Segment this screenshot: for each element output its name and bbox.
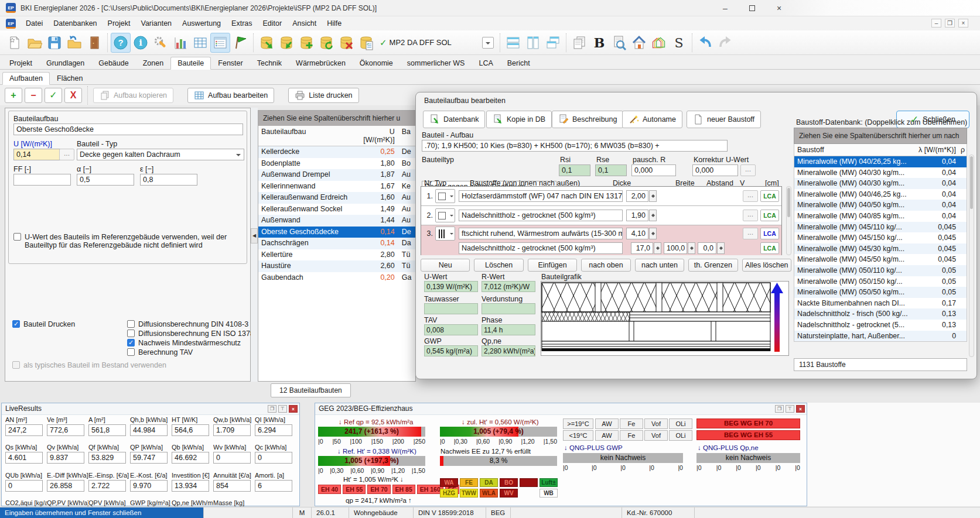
db-drag-hint[interactable]: Ziehen Sie eine Spaltenüberschrift hierh… <box>794 128 967 144</box>
layer-action-button[interactable]: nach oben <box>581 259 630 272</box>
aufbau-name-field[interactable]: Oberste Geschoßdecke <box>13 124 243 135</box>
save-button[interactable] <box>45 33 64 53</box>
menu-item[interactable]: Ansicht <box>287 16 322 30</box>
exit-icon[interactable] <box>84 33 104 53</box>
liveresult-cell[interactable]: Qw,b [kWh/a]1.709 <box>213 416 255 436</box>
liveresult-value[interactable]: 6 <box>255 480 292 492</box>
menu-item[interactable]: Varianten <box>135 16 177 30</box>
layer-action-button[interactable]: th. Grenzen <box>688 259 737 272</box>
liveresult-cell[interactable]: A [m²]561,8 <box>88 416 130 436</box>
mindest-checkbox[interactable] <box>127 339 135 347</box>
component-button[interactable]: AW <box>595 430 619 441</box>
korrektur-field[interactable]: 0,000 <box>692 164 738 176</box>
layer-dicke-field[interactable]: 1,90 <box>626 210 648 221</box>
chart-button[interactable] <box>170 33 190 53</box>
bold-button[interactable]: B <box>589 33 609 53</box>
aufbau-row[interactable]: Haustüre 2,60 Tü <box>258 260 415 272</box>
liveresult-value[interactable]: 44.984 <box>130 424 168 436</box>
layer-material-field[interactable]: Nadelschnittholz - getrocknet (500 kg/m³… <box>459 210 623 221</box>
panel-restore-button[interactable]: ❐ <box>775 405 784 413</box>
home-button[interactable] <box>629 33 649 53</box>
menu-item[interactable]: Auswertung <box>177 16 226 30</box>
aufbau-row[interactable]: Oberste Geschoßdecke 0,14 De <box>258 227 415 238</box>
liveresult-value[interactable]: 0 <box>5 480 43 492</box>
menu-item[interactable]: Extras <box>226 16 257 30</box>
confirm-button[interactable]: ✓ <box>45 88 62 103</box>
beschreibung-button[interactable]: Beschreibung <box>552 111 623 128</box>
layer-action-button[interactable]: Alles löschen <box>742 259 791 272</box>
layer-action-button[interactable]: Einfügen <box>528 259 577 272</box>
new-project-button[interactable] <box>5 33 25 53</box>
ff-field[interactable] <box>13 174 71 186</box>
baustoff-row[interactable]: Mineralwolle (MW) 040/85 kg/m... 0,04 <box>794 211 967 222</box>
baustoff-row[interactable]: Mineralwolle (MW) 040/30 kg/m... 0,04 <box>794 178 967 189</box>
main-tab[interactable]: Gebäude <box>91 57 135 70</box>
main-tab[interactable]: Wärmebrücken <box>289 57 353 70</box>
layer-lca-button[interactable]: LCA <box>760 190 779 202</box>
layer-breite-field[interactable]: 17,0 <box>631 242 653 254</box>
db-col-lambda[interactable]: λ [W/(m*K)] <box>918 146 956 154</box>
layer-lca-button[interactable]: LCA <box>760 228 779 239</box>
layer-dicke-field[interactable]: 4,10 <box>626 228 648 239</box>
liveresult-value[interactable]: 4.601 <box>5 452 43 464</box>
layer-type-select[interactable] <box>435 227 455 241</box>
liveresult-value[interactable]: 0 <box>255 452 292 464</box>
baustoff-row[interactable]: Mineralwolle (MW) 045/150 kg/... 0,045 <box>794 232 967 243</box>
liveresult-value[interactable]: 9.970 <box>130 480 168 492</box>
liveresult-value[interactable]: 2.722 <box>88 480 126 492</box>
liveresult-value[interactable]: 772,6 <box>47 424 84 436</box>
settings-button[interactable] <box>151 33 170 53</box>
help-button[interactable]: ? <box>111 33 131 53</box>
baustoff-row[interactable]: Mineralwolle (MW) 040/46,25 kg... 0,04 <box>794 189 967 200</box>
window-maximize-button[interactable] <box>739 0 766 16</box>
breite-spinner[interactable] <box>654 242 661 254</box>
drucken-checkbox[interactable] <box>12 320 20 328</box>
v-spinner[interactable] <box>717 242 725 254</box>
project-dropdown-button[interactable] <box>482 37 494 49</box>
liveresult-cell[interactable]: HT [W/K]564,6 <box>172 416 213 436</box>
db-refresh-button[interactable] <box>316 33 336 53</box>
layer-v-field[interactable]: 0,0 <box>698 242 716 254</box>
liveresult-cell[interactable]: Qf [kWh/a]53.829 <box>88 444 130 464</box>
liveresult-cell[interactable]: Ve [m³]772,6 <box>47 416 88 436</box>
dicke-spinner[interactable] <box>649 210 657 221</box>
liveresult-cell[interactable]: Qh,b [kWh/a]44.984 <box>130 416 172 436</box>
liveresult-value[interactable]: 561,8 <box>88 424 126 436</box>
liveresult-value[interactable]: 1.709 <box>213 424 251 436</box>
baustoff-row[interactable]: Mineralwolle (MW) 050/50 kg/m... 0,05 <box>794 287 967 298</box>
copy-aufbau-button[interactable]: Aufbau kopieren <box>93 88 173 103</box>
liveresult-cell[interactable]: Qb [kWh/a]46.692 <box>172 444 213 464</box>
panel-restore-button[interactable]: ❐ <box>268 405 276 413</box>
liveresult-cell[interactable]: QI [kWh/a]6.294 <box>255 416 296 436</box>
baustoff-row[interactable]: Mineralwolle (MW) 050/150 kg/... 0,05 <box>794 276 967 287</box>
component-button[interactable]: Fe <box>620 418 643 429</box>
col-u-wert[interactable]: U [W/(m²K)] <box>357 128 398 144</box>
layer-more-button[interactable]: ... <box>743 228 758 239</box>
split-vertical-button[interactable] <box>523 33 543 53</box>
baustoff-row[interactable]: Mineralwolle (MW) 045/110 kg/... 0,045 <box>794 222 967 233</box>
korrektur-more-button[interactable]: ... <box>740 164 756 176</box>
check-diff13788-row[interactable]: Diffusionsberechnung EN ISO 13788 <box>127 330 258 338</box>
split-horizontal-button[interactable] <box>503 33 523 53</box>
mdi-close-button[interactable]: × <box>958 19 968 28</box>
energy-pass-button[interactable] <box>649 33 669 53</box>
status-message[interactable]: Eingaben übernehmen und Fenster schließe… <box>0 507 204 518</box>
main-tab[interactable]: Bericht <box>500 57 537 70</box>
aufbau-row[interactable]: Außenwand 1,44 Au <box>258 215 415 227</box>
db-scrollbar[interactable] <box>969 155 974 357</box>
liveresult-value[interactable]: 564,6 <box>172 424 209 436</box>
panel-pin-button[interactable]: ⊤ <box>278 405 287 413</box>
temp-ge19-button[interactable]: >=19°C <box>563 418 593 429</box>
copy-pages-button[interactable] <box>569 33 589 53</box>
bauteil-typ-select[interactable]: Decke gegen kalten Dachraum <box>77 149 244 160</box>
liveresult-cell[interactable]: QP [kWh/a]59.747 <box>130 444 172 464</box>
rse-field[interactable]: 0,1 <box>595 164 627 176</box>
aufbau-row[interactable]: Dachschrägen 0,14 Da <box>258 238 415 249</box>
layer-type-select[interactable] <box>435 208 455 222</box>
main-tab[interactable]: Projekt <box>2 57 39 70</box>
layer-type-select[interactable] <box>435 189 455 203</box>
baustoff-row[interactable]: Nadelschnittholz - frisch (500 kg/... 0,… <box>794 308 967 320</box>
ref-uwert-checkbox-row[interactable]: U-Wert des Bauteils im Referenzgebäude v… <box>13 233 244 249</box>
sub-tab[interactable]: Flächen <box>50 72 90 85</box>
window-minimize-button[interactable]: – <box>712 0 739 16</box>
